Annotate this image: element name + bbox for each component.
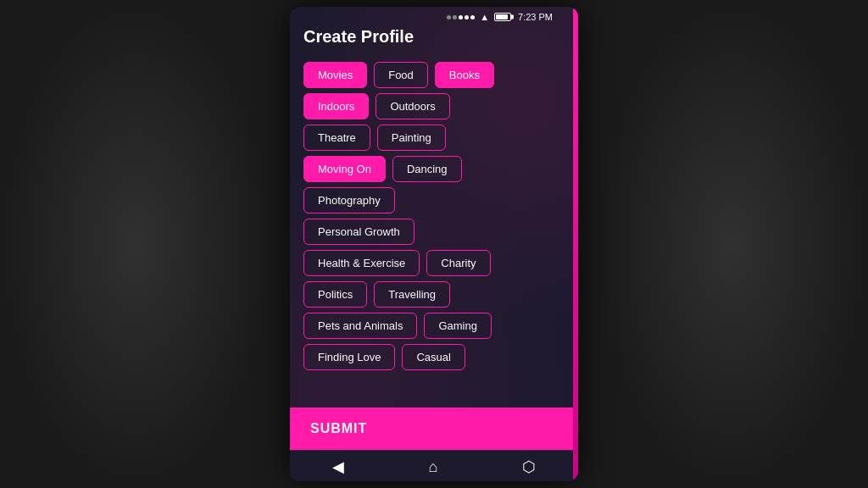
tag-row-7: Health & Exercise Charity — [303, 250, 565, 276]
tag-row-6: Personal Growth — [303, 219, 565, 245]
tag-health-exercise[interactable]: Health & Exercise — [303, 250, 420, 276]
tag-row-2: Indoors Outdoors — [303, 93, 565, 119]
signal-dot-2 — [453, 15, 457, 19]
battery-fill — [496, 14, 508, 19]
tag-pets-animals[interactable]: Pets and Animals — [303, 313, 417, 339]
tag-food[interactable]: Food — [374, 62, 428, 88]
bottom-nav: ◀ ⌂ ⬡ — [290, 450, 578, 481]
menu-nav-icon[interactable]: ⬡ — [509, 454, 549, 480]
tag-row-3: Theatre Painting — [303, 125, 565, 151]
tag-gaming[interactable]: Gaming — [424, 313, 492, 339]
phone-frame: ▲ 7:23 PM Create Profile Movies Food Boo… — [290, 7, 578, 481]
status-bar: ▲ 7:23 PM — [290, 7, 578, 24]
content-area: Movies Food Books Indoors Outdoors Theat… — [290, 55, 578, 408]
time-display: 7:23 PM — [518, 12, 553, 22]
tag-charity[interactable]: Charity — [426, 250, 490, 276]
accent-bar — [573, 7, 578, 481]
battery-icon — [494, 13, 511, 21]
tags-container: Movies Food Books Indoors Outdoors Theat… — [303, 62, 565, 370]
tag-row-4: Moving On Dancing — [303, 156, 565, 182]
tag-finding-love[interactable]: Finding Love — [303, 344, 395, 370]
tag-row-1: Movies Food Books — [303, 62, 565, 88]
wifi-icon: ▲ — [480, 12, 489, 22]
signal-dot-3 — [459, 15, 463, 19]
tag-personal-growth[interactable]: Personal Growth — [303, 219, 415, 245]
tag-row-10: Finding Love Casual — [303, 344, 565, 370]
tag-moving-on[interactable]: Moving On — [303, 156, 386, 182]
tag-dancing[interactable]: Dancing — [392, 156, 462, 182]
tag-casual[interactable]: Casual — [402, 344, 465, 370]
tag-indoors[interactable]: Indoors — [303, 93, 369, 119]
tag-row-8: Politics Travelling — [303, 281, 565, 308]
bg-right — [597, 0, 868, 488]
tag-row-5: Photography — [303, 187, 565, 214]
tag-travelling[interactable]: Travelling — [374, 281, 450, 308]
tag-movies[interactable]: Movies — [303, 62, 367, 88]
signal-dot-4 — [465, 15, 469, 19]
tag-row-9: Pets and Animals Gaming — [303, 313, 565, 339]
tag-photography[interactable]: Photography — [303, 187, 395, 214]
page-title: Create Profile — [303, 27, 414, 46]
back-nav-icon[interactable]: ◀ — [319, 454, 358, 480]
signal-dots — [447, 15, 475, 19]
tag-books[interactable]: Books — [435, 62, 494, 88]
submit-button[interactable]: SUBMIT — [290, 408, 578, 450]
tag-painting[interactable]: Painting — [377, 125, 446, 151]
header: Create Profile — [290, 24, 578, 55]
signal-dot-5 — [470, 15, 475, 19]
tag-politics[interactable]: Politics — [303, 281, 367, 308]
phone-inner: ▲ 7:23 PM Create Profile Movies Food Boo… — [290, 7, 578, 481]
tag-theatre[interactable]: Theatre — [303, 125, 370, 151]
tag-outdoors[interactable]: Outdoors — [376, 93, 449, 119]
home-nav-icon[interactable]: ⌂ — [415, 455, 452, 480]
signal-dot-1 — [447, 15, 451, 19]
bg-left — [0, 0, 271, 488]
submit-area: SUBMIT — [290, 408, 578, 450]
